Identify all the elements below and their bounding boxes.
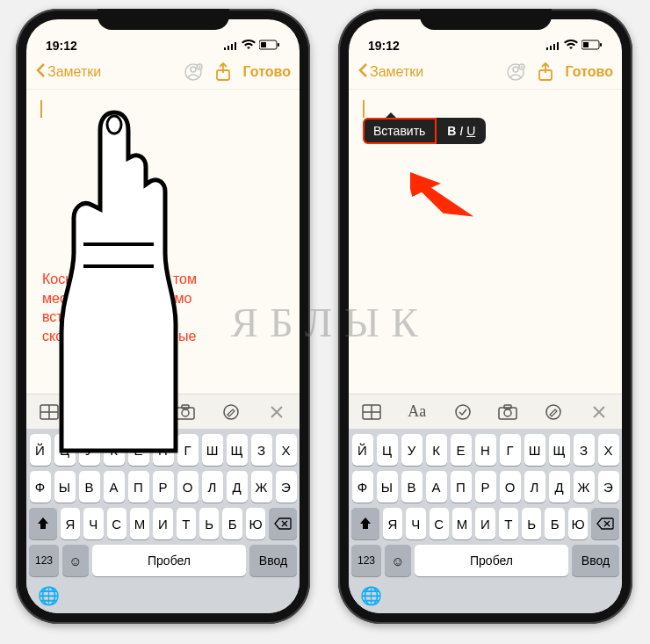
context-format-button[interactable]: B I U: [437, 118, 486, 144]
key-й[interactable]: й: [352, 434, 373, 466]
key-у[interactable]: у: [79, 434, 100, 466]
key-ж[interactable]: ж: [251, 471, 272, 503]
globe-icon[interactable]: 🌐: [360, 585, 382, 606]
key-з[interactable]: з: [574, 434, 595, 466]
collaborate-icon[interactable]: [502, 59, 529, 85]
key-п[interactable]: п: [451, 471, 472, 503]
emoji-key[interactable]: ☺: [62, 545, 89, 576]
key-б[interactable]: б: [222, 508, 242, 539]
close-icon[interactable]: [262, 405, 292, 419]
key-д[interactable]: д: [227, 471, 248, 503]
key-с[interactable]: с: [107, 508, 126, 539]
key-в[interactable]: в: [79, 471, 100, 503]
key-в[interactable]: в: [401, 471, 422, 503]
key-я[interactable]: я: [383, 508, 402, 539]
share-icon[interactable]: [532, 59, 559, 85]
key-у[interactable]: у: [401, 434, 422, 466]
key-ь[interactable]: ь: [522, 508, 541, 539]
checklist-icon[interactable]: [448, 403, 478, 421]
key-ю[interactable]: ю: [246, 508, 265, 539]
key-й[interactable]: й: [30, 434, 51, 466]
key-е[interactable]: е: [128, 434, 149, 466]
key-л[interactable]: л: [202, 471, 223, 503]
text-format-button[interactable]: Aa: [80, 402, 110, 421]
context-paste-button[interactable]: Вставить: [363, 118, 437, 144]
camera-icon[interactable]: [493, 404, 523, 420]
key-э[interactable]: э: [276, 471, 297, 503]
key-д[interactable]: д: [549, 471, 570, 503]
key-г[interactable]: г: [177, 434, 199, 466]
text-format-button[interactable]: Aa: [402, 402, 432, 421]
note-content-area[interactable]: Коснитесь экрана в том месте, где необхо…: [26, 90, 300, 394]
back-button[interactable]: Заметки: [35, 62, 101, 82]
draw-icon[interactable]: [216, 403, 246, 421]
table-icon[interactable]: [357, 404, 386, 420]
key-ч[interactable]: ч: [83, 508, 103, 539]
emoji-key[interactable]: ☺: [385, 545, 411, 576]
key-а[interactable]: а: [426, 471, 447, 503]
key-а[interactable]: а: [104, 471, 125, 503]
key-о[interactable]: о: [177, 471, 199, 503]
key-л[interactable]: л: [524, 471, 545, 503]
delete-key[interactable]: [591, 508, 619, 539]
done-button[interactable]: Готово: [566, 64, 613, 80]
key-г[interactable]: г: [500, 434, 521, 466]
key-ы[interactable]: ы: [377, 471, 398, 503]
mode-key[interactable]: 123: [351, 545, 381, 576]
key-м[interactable]: м: [130, 508, 149, 539]
mode-key[interactable]: 123: [29, 545, 59, 576]
key-ц[interactable]: ц: [377, 434, 398, 466]
shift-key[interactable]: [29, 508, 57, 539]
globe-icon[interactable]: 🌐: [38, 585, 60, 606]
collaborate-icon[interactable]: [180, 59, 206, 85]
key-н[interactable]: н: [475, 434, 496, 466]
key-ю[interactable]: ю: [568, 508, 588, 539]
key-т[interactable]: т: [177, 508, 196, 539]
key-п[interactable]: п: [128, 471, 149, 503]
key-я[interactable]: я: [61, 508, 80, 539]
camera-icon[interactable]: [170, 404, 200, 420]
key-к[interactable]: к: [104, 434, 125, 466]
done-button[interactable]: Готово: [243, 64, 291, 80]
key-н[interactable]: н: [153, 434, 174, 466]
back-button[interactable]: Заметки: [358, 62, 423, 82]
key-е[interactable]: е: [451, 434, 472, 466]
key-ц[interactable]: ц: [54, 434, 76, 466]
share-icon[interactable]: [210, 59, 236, 85]
key-с[interactable]: с: [430, 508, 449, 539]
enter-key[interactable]: Ввод: [572, 545, 619, 576]
key-ч[interactable]: ч: [406, 508, 425, 539]
key-ш[interactable]: ш: [202, 434, 223, 466]
note-content-area[interactable]: Вставить B I U: [349, 90, 622, 394]
key-ы[interactable]: ы: [54, 471, 76, 503]
shift-key[interactable]: [351, 508, 379, 539]
key-т[interactable]: т: [499, 508, 518, 539]
key-х[interactable]: х: [276, 434, 297, 466]
key-о[interactable]: о: [500, 471, 521, 503]
key-х[interactable]: х: [598, 434, 619, 466]
close-icon[interactable]: [584, 405, 614, 419]
space-key[interactable]: Пробел: [92, 545, 246, 576]
key-ф[interactable]: ф: [30, 471, 51, 503]
enter-key[interactable]: Ввод: [249, 545, 297, 576]
key-ь[interactable]: ь: [199, 508, 219, 539]
space-key[interactable]: Пробел: [415, 545, 568, 576]
key-з[interactable]: з: [251, 434, 272, 466]
key-к[interactable]: к: [426, 434, 447, 466]
key-и[interactable]: и: [475, 508, 495, 539]
key-р[interactable]: р: [153, 471, 174, 503]
key-р[interactable]: р: [475, 471, 496, 503]
draw-icon[interactable]: [538, 403, 568, 421]
key-м[interactable]: м: [452, 508, 472, 539]
key-ж[interactable]: ж: [574, 471, 595, 503]
key-щ[interactable]: щ: [549, 434, 570, 466]
key-ф[interactable]: ф: [352, 471, 373, 503]
checklist-icon[interactable]: [126, 403, 155, 421]
key-щ[interactable]: щ: [227, 434, 248, 466]
key-э[interactable]: э: [598, 471, 619, 503]
delete-key[interactable]: [269, 508, 297, 539]
key-и[interactable]: и: [153, 508, 172, 539]
table-icon[interactable]: [34, 404, 64, 420]
key-б[interactable]: б: [545, 508, 564, 539]
key-ш[interactable]: ш: [524, 434, 545, 466]
